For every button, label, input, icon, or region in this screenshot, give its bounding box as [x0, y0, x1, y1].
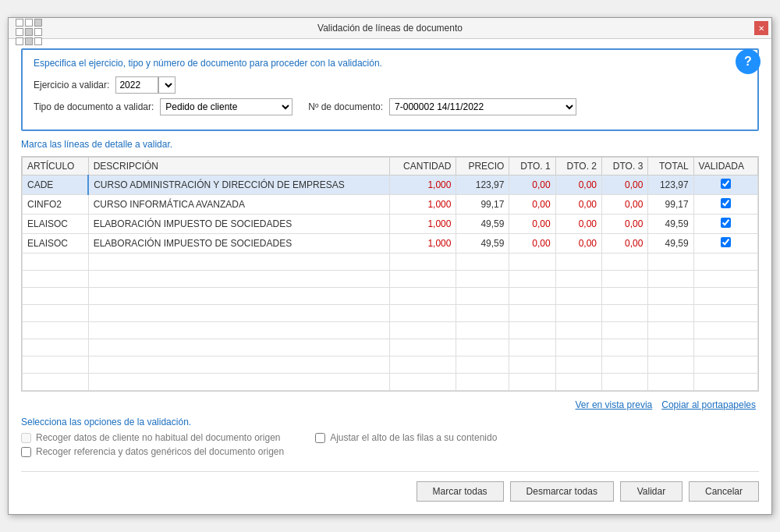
cell-total: 49,59: [648, 215, 693, 234]
table-row: CADECURSO ADMINISTRACIÓN Y DIRECCIÓN DE …: [23, 176, 758, 195]
lines-table: ARTÍCULO DESCRIPCIÓN CANTIDAD PRECIO DTO…: [22, 157, 758, 391]
logo: [15, 18, 46, 46]
table-empty-row: [23, 322, 758, 339]
num-label: Nº de documento:: [308, 101, 383, 112]
ejercicio-dropdown[interactable]: ▼: [158, 76, 176, 94]
top-description: Especifica el ejercicio, tipo y número d…: [34, 58, 746, 69]
cell-articulo: CADE: [23, 176, 89, 195]
preview-button[interactable]: Ver en vista previa: [573, 399, 656, 410]
cell-dto2: 0,00: [555, 195, 601, 215]
table-empty-row: [23, 254, 758, 271]
opt3-label: Ajustar el alto de las filas a su conten…: [330, 432, 497, 443]
col-dto1: DTO. 1: [509, 158, 555, 176]
col-cantidad: CANTIDAD: [389, 158, 456, 176]
table-empty-row: [23, 339, 758, 356]
col-descripcion: DESCRIPCIÓN: [88, 158, 389, 176]
cell-dto3: 0,00: [602, 176, 648, 195]
doc-num-select[interactable]: 7-000002 14/11/2022: [389, 98, 576, 115]
help-button[interactable]: ?: [736, 49, 760, 74]
cell-dto3: 0,00: [602, 234, 648, 254]
option2-row: Recoger referencia y datos genéricos del…: [21, 446, 284, 457]
cell-dto2: 0,00: [555, 234, 601, 254]
cell-dto2: 0,00: [555, 215, 601, 234]
col-validada: VALIDADA: [693, 158, 757, 176]
option3-row: Ajustar el alto de las filas a su conten…: [315, 432, 497, 443]
col-articulo: ARTÍCULO: [23, 158, 89, 176]
opt1-checkbox[interactable]: [21, 433, 31, 443]
cell-precio: 123,97: [456, 176, 509, 195]
option1-row: Recoger datos de cliente no habitual del…: [21, 432, 284, 443]
cell-dto2: 0,00: [555, 176, 601, 195]
cell-total: 49,59: [648, 234, 693, 254]
tipo-label: Tipo de documento a validar:: [34, 101, 154, 112]
validada-checkbox[interactable]: [721, 237, 731, 247]
detail-label: Marca las líneas de detalle a validar.: [21, 139, 759, 150]
col-dto3: DTO. 3: [602, 158, 648, 176]
window-body: Especifica el ejercicio, tipo y número d…: [9, 39, 771, 514]
cell-total: 123,97: [648, 176, 693, 195]
cancel-button[interactable]: Cancelar: [689, 481, 759, 502]
cell-cantidad: 1,000: [389, 234, 456, 254]
validate-button[interactable]: Validar: [620, 481, 682, 502]
table-empty-row: [23, 288, 758, 305]
ejercicio-row: Ejercicio a validar: ▼: [34, 76, 746, 94]
options-columns: Recoger datos de cliente no habitual del…: [21, 432, 759, 460]
validada-checkbox[interactable]: [721, 218, 731, 228]
validada-checkbox[interactable]: [721, 198, 731, 208]
cell-descripcion: ELABORACIÓN IMPUESTO DE SOCIEDADES: [88, 215, 389, 234]
cell-precio: 49,59: [456, 234, 509, 254]
ejercicio-input[interactable]: [115, 76, 158, 94]
table-row: CINFO2CURSO INFORMÁTICA AVANZADA1,00099,…: [23, 195, 758, 215]
window-title: Validación de líneas de documento: [317, 23, 463, 34]
cell-validada: [693, 234, 757, 254]
mark-all-button[interactable]: Marcar todas: [417, 481, 504, 502]
tipo-row: Tipo de documento a validar: Pedido de c…: [34, 98, 746, 115]
table-empty-row: [23, 356, 758, 374]
validada-checkbox[interactable]: [721, 179, 731, 189]
cell-cantidad: 1,000: [389, 215, 456, 234]
cell-cantidad: 1,000: [389, 176, 456, 195]
table-wrapper: ARTÍCULO DESCRIPCIÓN CANTIDAD PRECIO DTO…: [21, 156, 759, 392]
opt2-checkbox[interactable]: [21, 447, 31, 457]
options-section: Selecciona las opciones de la validación…: [21, 417, 759, 460]
opt3-checkbox[interactable]: [315, 433, 325, 443]
cell-dto1: 0,00: [509, 215, 555, 234]
cell-dto3: 0,00: [602, 195, 648, 215]
cell-articulo: CINFO2: [23, 195, 89, 215]
cell-descripcion: ELABORACIÓN IMPUESTO DE SOCIEDADES: [88, 234, 389, 254]
options-label: Selecciona las opciones de la validación…: [21, 417, 759, 427]
opt2-label: Recoger referencia y datos genéricos del…: [36, 446, 284, 457]
cell-dto3: 0,00: [602, 215, 648, 234]
cell-descripcion: CURSO INFORMÁTICA AVANZADA: [88, 195, 389, 215]
table-header-row: ARTÍCULO DESCRIPCIÓN CANTIDAD PRECIO DTO…: [23, 158, 758, 176]
cell-dto1: 0,00: [509, 234, 555, 254]
cell-cantidad: 1,000: [389, 195, 456, 215]
cell-articulo: ELAISOC: [23, 234, 89, 254]
col-dto2: DTO. 2: [555, 158, 601, 176]
main-window: Validación de líneas de documento ✕ ? Es…: [8, 17, 772, 515]
bottom-buttons: Marcar todas Desmarcar todas Validar Can…: [21, 471, 759, 502]
col-total: TOTAL: [648, 158, 693, 176]
ejercicio-label: Ejercicio a validar:: [34, 80, 109, 90]
cell-precio: 49,59: [456, 215, 509, 234]
cell-validada: [693, 215, 757, 234]
cell-validada: [693, 195, 757, 215]
tipo-select[interactable]: Pedido de cliente: [160, 98, 292, 115]
col-precio: PRECIO: [456, 158, 509, 176]
table-empty-row: [23, 271, 758, 288]
clipboard-button[interactable]: Copiar al portapapeles: [658, 399, 759, 410]
table-empty-row: [23, 374, 758, 391]
cell-dto1: 0,00: [509, 195, 555, 215]
cell-articulo: ELAISOC: [23, 215, 89, 234]
unmark-all-button[interactable]: Desmarcar todas: [510, 481, 614, 502]
top-section: Especifica el ejercicio, tipo y número d…: [21, 48, 759, 131]
table-empty-row: [23, 305, 758, 322]
close-button[interactable]: ✕: [754, 21, 768, 35]
table-row: ELAISOCELABORACIÓN IMPUESTO DE SOCIEDADE…: [23, 215, 758, 234]
table-actions: Ver en vista previa Copiar al portapapel…: [21, 399, 759, 410]
cell-dto1: 0,00: [509, 176, 555, 195]
cell-descripcion: CURSO ADMINISTRACIÓN Y DIRECCIÓN DE EMPR…: [88, 176, 389, 195]
opt1-label: Recoger datos de cliente no habitual del…: [36, 432, 281, 443]
table-row: ELAISOCELABORACIÓN IMPUESTO DE SOCIEDADE…: [23, 234, 758, 254]
cell-total: 99,17: [648, 195, 693, 215]
